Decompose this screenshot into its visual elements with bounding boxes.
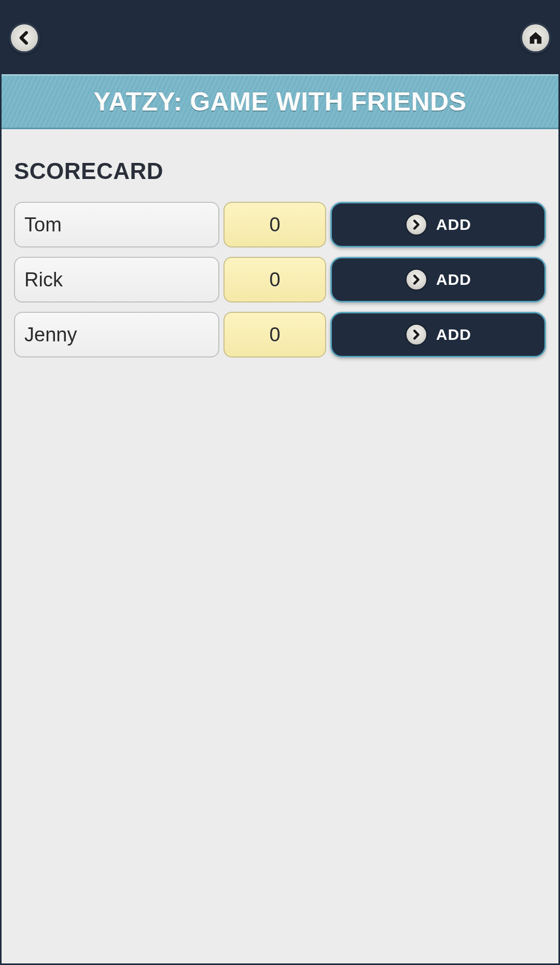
player-name-field[interactable]: Tom [14, 202, 219, 247]
add-button[interactable]: ADD [330, 202, 546, 247]
page-title: YATZY: GAME WITH FRIENDS [93, 87, 466, 117]
scorecard-rows: Tom 0 ADD Rick 0 ADD [14, 202, 546, 357]
back-button[interactable] [9, 22, 40, 53]
player-name: Rick [24, 269, 63, 291]
player-name: Tom [24, 214, 62, 236]
chevron-left-icon [17, 30, 32, 46]
add-button-label: ADD [436, 271, 471, 288]
add-button-label: ADD [436, 216, 471, 233]
player-row: Jenny 0 ADD [14, 312, 546, 357]
player-row: Rick 0 ADD [14, 257, 546, 302]
player-name-field[interactable]: Jenny [14, 312, 219, 357]
player-score-field[interactable]: 0 [223, 202, 326, 247]
top-bar [2, 2, 558, 74]
player-score-field[interactable]: 0 [223, 257, 326, 302]
player-score: 0 [269, 214, 280, 236]
player-name: Jenny [24, 324, 77, 346]
section-title: SCORECARD [14, 158, 546, 184]
chevron-right-icon [405, 323, 428, 346]
content: SCORECARD Tom 0 ADD Rick 0 [2, 129, 558, 357]
title-banner: YATZY: GAME WITH FRIENDS [2, 74, 558, 129]
home-icon [528, 30, 543, 46]
add-button-label: ADD [436, 326, 471, 343]
chevron-right-icon [405, 213, 428, 236]
chevron-right-icon [405, 268, 428, 291]
player-row: Tom 0 ADD [14, 202, 546, 247]
player-score: 0 [269, 324, 280, 346]
add-button[interactable]: ADD [330, 312, 546, 357]
player-score-field[interactable]: 0 [223, 312, 326, 357]
home-button[interactable] [520, 22, 551, 53]
add-button[interactable]: ADD [330, 257, 546, 302]
player-score: 0 [269, 269, 280, 291]
player-name-field[interactable]: Rick [14, 257, 219, 302]
